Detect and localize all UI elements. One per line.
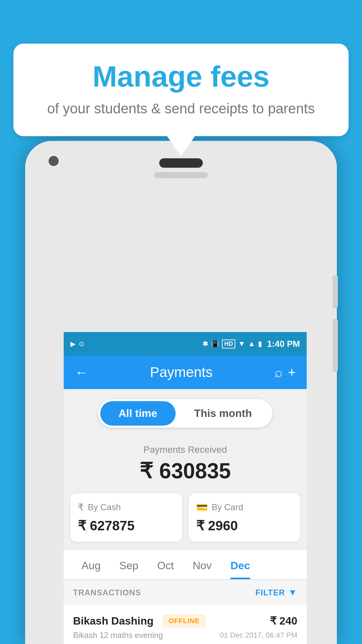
cash-amount: ₹ 627875	[78, 518, 175, 533]
transactions-label: TRANSACTIONS	[73, 588, 141, 597]
transaction-date-1: 01 Dec 2017, 06:47 PM	[220, 631, 297, 640]
transaction-list: Bikash Dashing OFFLINE ₹ 240 Bikash 12 m…	[64, 605, 307, 644]
status-bar: ▶ ⊙ ✱ 📳 HD ▼ ▲ ▮ 1:40 PM	[64, 332, 307, 356]
search-button[interactable]: ⌕	[272, 362, 285, 383]
tab-nov[interactable]: Nov	[183, 550, 221, 579]
phone-screen: ▶ ⊙ ✱ 📳 HD ▼ ▲ ▮ 1:40 PM ← Payments ⌕ + …	[64, 332, 307, 644]
cash-label: By Cash	[88, 502, 121, 513]
status-bar-right: ✱ 📳 HD ▼ ▲ ▮ 1:40 PM	[202, 339, 300, 349]
play-icon: ▶	[70, 340, 75, 348]
status-time: 1:40 PM	[267, 339, 300, 349]
status-bar-left: ▶ ⊙	[70, 340, 84, 348]
camera-icon: ⊙	[79, 340, 84, 348]
transaction-row1-1: Bikash Dashing OFFLINE ₹ 240	[73, 614, 297, 627]
transaction-name-1: Bikash Dashing	[73, 615, 154, 627]
phone-camera	[49, 156, 59, 166]
bluetooth-icon: ✱	[202, 340, 208, 348]
card-card-header: 💳 By Card	[196, 502, 293, 513]
toggle-container: All time This month	[64, 389, 307, 438]
payments-section: Payments Received ₹ 630835	[64, 438, 307, 493]
transaction-name-badge-1: Bikash Dashing OFFLINE	[73, 615, 205, 627]
phone-mockup: ▶ ⊙ ✱ 📳 HD ▼ ▲ ▮ 1:40 PM ← Payments ⌕ + …	[25, 141, 337, 644]
this-month-button[interactable]: This month	[176, 401, 270, 426]
tab-dec[interactable]: Dec	[221, 550, 260, 579]
transaction-item-1: Bikash Dashing OFFLINE ₹ 240 Bikash 12 m…	[64, 605, 307, 644]
cash-card: ₹ By Cash ₹ 627875	[70, 493, 182, 542]
signal-icon: ▲	[248, 339, 255, 348]
back-button[interactable]: ←	[72, 362, 91, 383]
app-bar: ← Payments ⌕ +	[64, 356, 307, 389]
transaction-row2-1: Bikash 12 maths evening 01 Dec 2017, 06:…	[73, 631, 297, 640]
cash-card-header: ₹ By Cash	[78, 502, 175, 513]
transaction-badge-1: OFFLINE	[163, 615, 205, 627]
battery-icon: ▮	[258, 340, 262, 348]
tab-sep[interactable]: Sep	[110, 550, 148, 579]
card-amount: ₹ 2960	[196, 518, 293, 533]
payment-cards: ₹ By Cash ₹ 627875 💳 By Card ₹ 2960	[64, 493, 307, 550]
phone-side-btn-right-1	[333, 275, 338, 309]
payments-total: ₹ 630835	[70, 459, 300, 483]
filter-label: FILTER	[255, 588, 285, 597]
cash-icon: ₹	[78, 502, 84, 513]
all-time-button[interactable]: All time	[100, 401, 176, 426]
transaction-detail-1: Bikash 12 maths evening	[73, 631, 163, 640]
phone-side-btn-right-2	[333, 319, 338, 372]
filter-button[interactable]: FILTER ▼	[255, 587, 297, 598]
card-icon: 💳	[196, 502, 208, 513]
card-label: By Card	[212, 502, 243, 513]
transaction-amount-1: ₹ 240	[270, 614, 297, 627]
card-card: 💳 By Card ₹ 2960	[189, 493, 300, 542]
speech-bubble-subtitle: of your students & send receipts to pare…	[34, 100, 328, 118]
toggle-group: All time This month	[98, 399, 273, 428]
phone-earpiece	[159, 158, 203, 168]
speech-bubble-container: Manage fees of your students & send rece…	[13, 44, 349, 136]
speech-bubble: Manage fees of your students & send rece…	[13, 44, 349, 136]
month-tabs: Aug Sep Oct Nov Dec	[64, 550, 307, 580]
transactions-header: TRANSACTIONS FILTER ▼	[64, 580, 307, 605]
speech-bubble-title: Manage fees	[34, 60, 328, 93]
vibrate-icon: 📳	[211, 340, 219, 348]
tab-aug[interactable]: Aug	[72, 550, 110, 579]
filter-icon: ▼	[288, 587, 297, 598]
hd-badge: HD	[222, 339, 235, 348]
wifi-icon: ▼	[238, 339, 245, 348]
payments-label: Payments Received	[70, 444, 300, 455]
add-button[interactable]: +	[285, 362, 298, 383]
tab-oct[interactable]: Oct	[148, 550, 183, 579]
phone-speaker-grille	[154, 172, 208, 178]
app-title: Payments	[91, 364, 272, 380]
